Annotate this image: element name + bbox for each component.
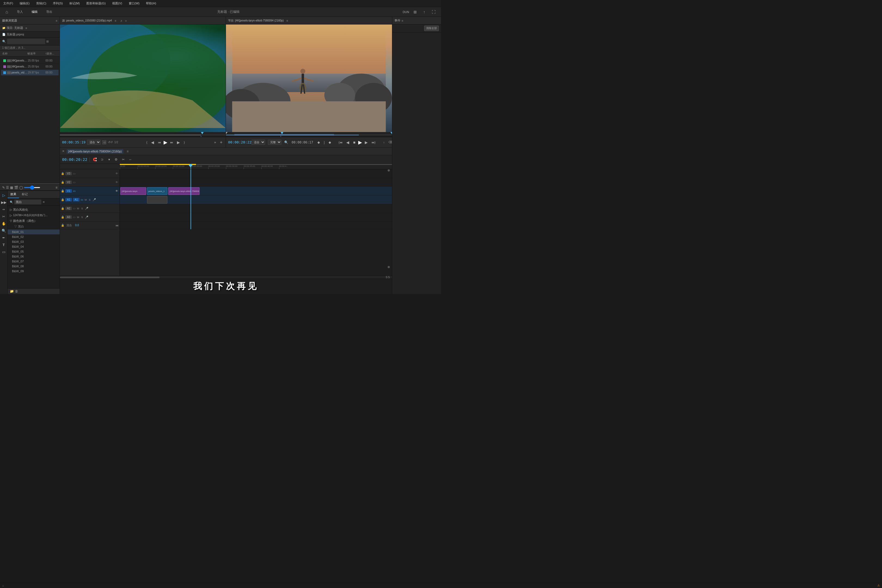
effects-search-input[interactable] xyxy=(14,200,41,204)
track-v1-label[interactable]: V1 xyxy=(65,189,72,193)
menu-view[interactable]: 视图(V) xyxy=(111,1,123,6)
export-button[interactable]: 导出 xyxy=(44,9,54,15)
effects-category-0[interactable]: ▷ 黑白风格化 xyxy=(8,207,60,213)
track-a1-label-right[interactable]: A1 xyxy=(73,198,80,201)
program-fit-select[interactable]: 适合 xyxy=(252,140,265,145)
timeline-tab-menu[interactable]: ≡ xyxy=(127,150,129,153)
source-loop-icon[interactable]: ↺↺ xyxy=(108,141,113,144)
source-step-back[interactable]: ⏮ xyxy=(157,140,162,144)
track-v2-track-select[interactable]: ▭ xyxy=(73,181,75,184)
track-v2-lock[interactable]: 🔒 xyxy=(61,181,64,184)
effects-category-2[interactable]: ▽ 颜色效果（调色） xyxy=(8,218,60,224)
source-play-button[interactable]: ▶ xyxy=(164,140,167,146)
track-a1-lock[interactable]: 🔒 xyxy=(61,198,64,201)
edit-button[interactable]: 编辑 xyxy=(29,9,40,15)
home-button[interactable]: ⌂ xyxy=(3,9,10,15)
timeline-current-time[interactable]: 00:00:20:22 xyxy=(62,158,87,162)
track-a3-track-select[interactable]: ▭ xyxy=(73,216,75,219)
tab-markers[interactable]: 标记 xyxy=(19,191,30,198)
track-v1-eye[interactable]: 👁 xyxy=(115,189,118,193)
effects-item-bw07[interactable]: B&W_07 xyxy=(8,259,60,264)
track-a1-label-left[interactable]: A1 xyxy=(65,198,72,201)
film-icon[interactable]: 🎬 xyxy=(14,186,18,189)
circle-icon[interactable]: ◯ xyxy=(20,186,23,189)
track-a1-mic[interactable]: 🎤 xyxy=(92,198,96,201)
effects-clear-button[interactable]: ✕ xyxy=(42,200,45,204)
track-v3-track-select[interactable]: ▭ xyxy=(73,172,75,175)
trash-icon[interactable]: 🗑 xyxy=(15,290,18,293)
clip-v1-0[interactable]: [4K]pexels-taryn xyxy=(120,187,146,195)
program-go-in[interactable]: {⏮ xyxy=(338,140,344,144)
pen-tool[interactable]: ✒ xyxy=(0,234,7,241)
track-select-tool[interactable]: ▶▶ xyxy=(0,199,7,206)
menu-file[interactable]: 文件(F) xyxy=(2,1,14,6)
tl-settings-btn[interactable]: ⚙ xyxy=(113,156,119,162)
text-tool[interactable]: T xyxy=(0,242,7,248)
track-a2-m[interactable]: M xyxy=(76,207,80,210)
events-menu[interactable]: ≡ xyxy=(402,19,403,22)
maximize-button[interactable]: ⊞ xyxy=(411,9,419,15)
razor-tool[interactable]: ✂ xyxy=(0,213,7,220)
program-lift-btn[interactable]: ↑ xyxy=(382,140,386,144)
tl-marker-btn[interactable]: ▾ xyxy=(106,156,112,162)
track-v1-lock[interactable]: 🔒 xyxy=(61,189,64,192)
ruler-area[interactable]: 00:00 00:00:05:00 00:00:10:00 00:00:15:0… xyxy=(120,164,392,169)
effects-subcategory-bw[interactable]: ▽ 黑白 xyxy=(8,224,60,230)
list-icon[interactable]: ☰ xyxy=(6,186,9,189)
ripple-tool[interactable]: ⇔ xyxy=(0,206,7,213)
source-prev-frame[interactable]: ◀ xyxy=(150,140,155,145)
source-add-btn[interactable]: + xyxy=(219,140,224,146)
effects-item-bw05[interactable]: B&W_05 xyxy=(8,249,60,254)
panel-options-icon[interactable]: ≡ xyxy=(56,186,57,189)
effects-item-bw06[interactable]: B&W_06 xyxy=(8,254,60,259)
program-zoom-icon[interactable]: 🔍 xyxy=(284,141,288,144)
program-stop-btn[interactable]: ■ xyxy=(352,140,356,145)
track-a2-label[interactable]: A2 xyxy=(65,207,72,210)
effects-item-bw03[interactable]: B&W_03 xyxy=(8,239,60,244)
track-a1-s[interactable]: S xyxy=(88,198,91,201)
clip-a1-0[interactable] xyxy=(147,196,167,204)
program-prev-frame[interactable]: ◀ xyxy=(345,140,350,145)
search-input[interactable] xyxy=(7,39,45,44)
source-step-fwd[interactable]: ⏭ xyxy=(169,140,174,144)
menu-sequence[interactable]: 序列(S) xyxy=(52,1,64,6)
track-v3-eye[interactable]: 👁 xyxy=(115,172,118,175)
effects-item-bw08[interactable]: B&W_08 xyxy=(8,264,60,268)
grid-view-icon[interactable]: ⊞ xyxy=(46,40,49,43)
track-v1-track-select[interactable]: ▭ xyxy=(73,189,75,192)
zoom-tool-btn[interactable]: 🔍 xyxy=(0,227,7,234)
effects-item-bw01[interactable]: B&W_01 xyxy=(8,230,60,234)
program-mark-out[interactable]: ◆ xyxy=(327,140,332,145)
media-browser-menu[interactable]: ≡ xyxy=(56,19,57,22)
effects-category-1[interactable]: ▷ 1247种+冲击闪光抖音热门... xyxy=(8,213,60,218)
track-a3-lock[interactable]: 🔒 xyxy=(61,216,64,219)
file-item-2[interactable]: pexels_videos_1550080 (21... 29.97 fps 0… xyxy=(1,70,58,76)
program-next-frame[interactable]: ▶ xyxy=(364,140,369,145)
new-folder-icon[interactable]: 📁 xyxy=(10,290,14,293)
effects-item-bw04[interactable]: B&W_04 xyxy=(8,244,60,249)
track-a3-s[interactable]: S xyxy=(81,216,84,219)
select-tool[interactable]: ▷ xyxy=(0,192,7,198)
share-button[interactable]: ↑ xyxy=(421,9,428,15)
menu-edit[interactable]: 编辑(E) xyxy=(18,1,31,6)
track-v2-eye[interactable]: 👁 xyxy=(115,180,118,184)
track-a3-label[interactable]: A3 xyxy=(65,215,72,219)
source-insert-btn[interactable]: » xyxy=(213,140,217,145)
project-menu[interactable]: ≡ xyxy=(26,26,27,30)
timeline-tab-title[interactable]: [4K]pexels-taryn-elliott-7580094 (2160p) xyxy=(67,149,123,153)
track-a3-m[interactable]: M xyxy=(76,216,80,219)
pencil-icon[interactable]: ✎ xyxy=(2,186,5,189)
menu-help[interactable]: 帮助(H) xyxy=(145,1,157,6)
track-a3-mic[interactable]: 🎤 xyxy=(85,215,88,219)
audio-tracks-icon[interactable]: ♬ xyxy=(120,19,122,22)
tl-razor-btn[interactable]: ✂ xyxy=(120,156,126,162)
track-a1-track-select[interactable]: ▭ xyxy=(81,198,83,201)
track-v3-lock[interactable]: 🔒 xyxy=(61,172,64,175)
program-monitor-menu[interactable]: ≡ xyxy=(286,19,288,22)
menu-clip[interactable]: 剪辑(C) xyxy=(35,1,47,6)
track-a2-s[interactable]: S xyxy=(81,207,84,210)
clear-all-button[interactable]: 清除全部 xyxy=(424,26,439,31)
import-button[interactable]: 导入 xyxy=(15,9,25,15)
source-monitor-menu[interactable]: ≡ xyxy=(115,19,116,22)
effects-item-bw02[interactable]: B&W_02 xyxy=(8,234,60,239)
